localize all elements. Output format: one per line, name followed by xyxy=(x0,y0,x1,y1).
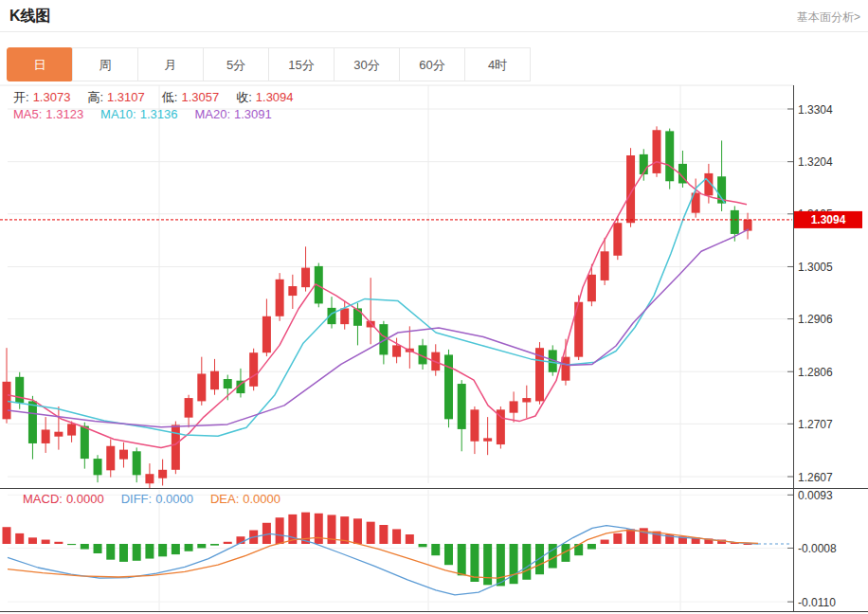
legend-label: 收: xyxy=(236,90,252,104)
tab-period-0[interactable]: 日 xyxy=(7,47,73,81)
macd-bar xyxy=(458,544,466,575)
macd-bar xyxy=(392,529,401,544)
ma-line-ma5 xyxy=(8,162,747,448)
tab-period-3[interactable]: 5分 xyxy=(203,47,269,81)
candle-body xyxy=(276,280,284,316)
candle-body xyxy=(158,470,167,479)
macd-bar xyxy=(379,525,388,544)
legend-value: 1.3057 xyxy=(181,90,219,104)
candle-body xyxy=(249,352,258,387)
candle-body xyxy=(470,409,479,441)
tab-period-4[interactable]: 15分 xyxy=(268,47,335,81)
candle-body xyxy=(119,450,128,460)
current-price-tag-label: 1.3094 xyxy=(811,213,846,226)
legend-label: 开: xyxy=(13,90,29,104)
macd-legend: MACD:0.0000DIFF:0.0000DEA:0.0000 xyxy=(23,492,298,506)
row-ohlc-item-3: 收:1.3094 xyxy=(236,90,297,104)
row-ohlc-item-0: 开:1.3073 xyxy=(13,90,74,104)
legend-value: 1.3094 xyxy=(256,90,294,104)
macd-bar xyxy=(42,540,50,544)
legend-label: MA20: xyxy=(194,107,230,121)
macd-bar xyxy=(367,522,375,544)
candle-body xyxy=(510,401,518,412)
candle-body xyxy=(262,316,271,352)
macd-bar xyxy=(510,544,518,584)
candle-body xyxy=(94,459,102,475)
macd-bar xyxy=(626,529,635,544)
macd-bar xyxy=(54,542,63,544)
tab-period-1[interactable]: 周 xyxy=(72,47,138,81)
legend-value: 0.0000 xyxy=(66,492,104,506)
row-ma-item-0: MA5:1.3123 xyxy=(13,107,87,121)
candle-body xyxy=(210,371,219,389)
macd-bar xyxy=(483,544,492,585)
macd-bar xyxy=(158,544,167,556)
y-axis-label: 1.2806 xyxy=(798,366,833,379)
tab-period-5[interactable]: 30分 xyxy=(334,47,400,81)
legend-label: DIFF: xyxy=(121,492,153,506)
candle-body xyxy=(172,424,180,469)
candle-body xyxy=(54,432,63,437)
macd-bar xyxy=(522,544,531,580)
macd-axis-label: 0.0093 xyxy=(798,489,833,502)
candle-body xyxy=(185,398,193,418)
macd-bar xyxy=(535,544,544,574)
macd-axis-label: -0.0110 xyxy=(798,596,836,609)
candle-body xyxy=(288,286,297,296)
legend-value: 0.0000 xyxy=(155,492,193,506)
macd-bar xyxy=(3,527,11,544)
macd-bar xyxy=(67,544,76,545)
macd-axis-label: -0.0008 xyxy=(798,542,837,555)
macd-bar xyxy=(315,514,323,544)
legend-value: 1.3091 xyxy=(234,107,272,121)
candle-body xyxy=(145,474,154,483)
candle-body xyxy=(613,223,622,256)
row-ohlc-item-2: 低:1.3057 xyxy=(162,90,223,104)
y-axis-label: 1.2906 xyxy=(798,313,833,326)
candle-body xyxy=(133,451,141,475)
legend-label: DEA: xyxy=(210,492,239,506)
row-macd-item-0: MACD:0.0000 xyxy=(23,492,108,506)
legend-value: 1.3073 xyxy=(33,90,71,104)
macd-bar xyxy=(185,544,193,551)
macd-bar xyxy=(94,544,102,553)
candle-body xyxy=(81,426,89,460)
macd-bar xyxy=(444,544,453,565)
ohlc-legend: 开:1.3073高:1.3107低:1.3057收:1.3094 xyxy=(13,89,311,106)
candle-body xyxy=(444,354,453,419)
macd-bar xyxy=(133,544,141,561)
y-axis-label: 1.3204 xyxy=(798,155,833,169)
tab-period-2[interactable]: 月 xyxy=(137,47,204,81)
row-macd-item-1: DIFF:0.0000 xyxy=(121,492,197,506)
macd-bar xyxy=(353,518,362,544)
macd-bar xyxy=(601,540,609,544)
candle-body xyxy=(28,401,37,443)
kline-page: { "header": { "title": "K线图", "link": "基… xyxy=(0,0,868,614)
macd-bar xyxy=(28,537,37,544)
legend-label: 高: xyxy=(87,90,103,104)
candle-body xyxy=(340,308,349,324)
macd-bar xyxy=(406,534,414,544)
candle-body xyxy=(392,345,401,356)
row-ma-item-1: MA10:1.3136 xyxy=(100,107,181,121)
macd-bar xyxy=(224,542,232,544)
candle-body xyxy=(42,429,50,442)
tab-period-7[interactable]: 4时 xyxy=(464,47,531,81)
macd-bar xyxy=(197,544,206,548)
candle-body xyxy=(197,373,206,401)
legend-value: 1.3123 xyxy=(45,107,83,121)
candle-body xyxy=(106,446,115,471)
ma-line-ma20 xyxy=(8,229,749,427)
candle-body xyxy=(588,275,596,301)
tab-period-6[interactable]: 60分 xyxy=(399,47,465,81)
legend-label: MA10: xyxy=(100,107,136,121)
candle-body xyxy=(3,382,11,420)
candle-body xyxy=(731,210,739,234)
macd-bar xyxy=(119,544,128,562)
candle-body xyxy=(353,308,362,325)
candle-body xyxy=(665,131,674,181)
y-axis-label: 1.2607 xyxy=(798,471,833,484)
macd-bar xyxy=(145,544,154,559)
candle-body xyxy=(601,251,609,280)
row-ma-item-2: MA20:1.3091 xyxy=(194,107,275,121)
